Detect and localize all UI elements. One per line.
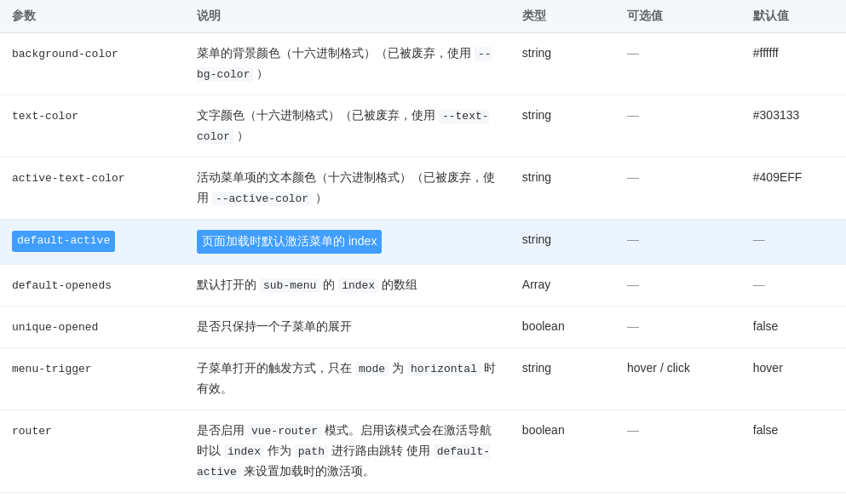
table-row: text-color文字颜色（十六进制格式）（已被废弃，使用 --text-co… bbox=[0, 95, 846, 158]
table-row: default-openeds默认打开的 sub-menu 的 index 的数… bbox=[0, 265, 846, 306]
param-name: router bbox=[12, 425, 52, 438]
table-header-row: 参数 说明 类型 可选值 默认值 bbox=[0, 0, 846, 33]
cell-name: unique-opened bbox=[0, 306, 185, 348]
table-row: unique-opened是否只保持一个子菜单的展开boolean—false bbox=[0, 306, 846, 348]
cell-name: menu-trigger bbox=[0, 347, 185, 410]
param-name: unique-opened bbox=[12, 321, 98, 334]
cell-name: default-openeds bbox=[0, 265, 185, 306]
cell-accepted: — bbox=[615, 33, 741, 95]
param-name: background-color bbox=[12, 48, 118, 60]
cell-type: string bbox=[510, 347, 615, 410]
cell-desc: 子菜单打开的触发方式，只在 mode 为 horizontal 时有效。 bbox=[185, 347, 510, 410]
cell-default: true bbox=[741, 493, 846, 504]
cell-desc: 是否只保持一个子菜单的展开 bbox=[185, 306, 510, 348]
col-header-desc: 说明 bbox=[185, 0, 510, 33]
cell-accepted: — bbox=[615, 493, 741, 504]
cell-default: — bbox=[741, 265, 846, 306]
cell-accepted: — bbox=[615, 95, 741, 158]
cell-desc: 默认打开的 sub-menu 的 index 的数组 bbox=[185, 265, 510, 306]
cell-default: false bbox=[741, 410, 846, 492]
cell-accepted: — bbox=[615, 410, 741, 492]
cell-desc: 菜单的背景颜色（十六进制格式）（已被废弃，使用 --bg-color ） bbox=[185, 33, 510, 95]
cell-type: string bbox=[510, 95, 615, 158]
table-row: collapse-transition是否开启折叠动画boolean—true bbox=[0, 493, 846, 504]
param-name: default-openeds bbox=[12, 279, 112, 292]
cell-name: text-color bbox=[0, 95, 185, 158]
cell-default: #409EFF bbox=[741, 158, 846, 220]
cell-default: #ffffff bbox=[741, 33, 846, 95]
cell-desc: 是否启用 vue-router 模式。启用该模式会在激活导航时以 index 作… bbox=[185, 410, 510, 492]
cell-accepted: hover / click bbox=[615, 347, 741, 410]
table-row: background-color菜单的背景颜色（十六进制格式）（已被废弃，使用 … bbox=[0, 33, 846, 95]
cell-desc: 是否开启折叠动画 bbox=[185, 493, 510, 504]
param-name: text-color bbox=[12, 110, 78, 123]
col-header-type: 类型 bbox=[510, 0, 615, 33]
cell-desc: 页面加载时默认激活菜单的 index bbox=[185, 220, 510, 265]
cell-name: default-active bbox=[0, 220, 185, 265]
table-row: active-text-color活动菜单项的文本颜色（十六进制格式）（已被废弃… bbox=[0, 158, 846, 220]
cell-default: — bbox=[741, 220, 846, 265]
cell-default: false bbox=[741, 306, 846, 348]
param-desc: 活动菜单项的文本颜色（十六进制格式）（已被废弃，使用 --active-colo… bbox=[197, 168, 498, 209]
cell-accepted: — bbox=[615, 220, 741, 265]
cell-type: boolean bbox=[510, 306, 615, 348]
cell-default: #303133 bbox=[741, 95, 846, 158]
col-header-name: 参数 bbox=[0, 0, 185, 33]
table-container: 参数 说明 类型 可选值 默认值 background-color菜单的背景颜色… bbox=[0, 0, 846, 504]
param-desc: 菜单的背景颜色（十六进制格式）（已被废弃，使用 --bg-color ） bbox=[197, 43, 498, 84]
param-desc: 默认打开的 sub-menu 的 index 的数组 bbox=[197, 275, 498, 295]
param-desc-highlighted: 页面加载时默认激活菜单的 index bbox=[197, 230, 382, 254]
table-row: router是否启用 vue-router 模式。启用该模式会在激活导航时以 i… bbox=[0, 410, 846, 492]
cell-type: boolean bbox=[510, 410, 615, 492]
cell-type: string bbox=[510, 33, 615, 95]
cell-default: hover bbox=[741, 347, 846, 410]
cell-accepted: — bbox=[615, 306, 741, 348]
cell-accepted: — bbox=[615, 265, 741, 306]
param-name: active-text-color bbox=[12, 172, 125, 185]
param-name: default-active bbox=[12, 231, 115, 252]
cell-name: background-color bbox=[0, 33, 185, 95]
cell-name: active-text-color bbox=[0, 158, 185, 220]
param-desc: 是否启用 vue-router 模式。启用该模式会在激活导航时以 index 作… bbox=[197, 421, 498, 482]
cell-name: collapse-transition bbox=[0, 493, 185, 504]
cell-type: string bbox=[510, 220, 615, 265]
cell-accepted: — bbox=[615, 158, 741, 220]
col-header-accepted: 可选值 bbox=[615, 0, 741, 33]
col-header-default: 默认值 bbox=[741, 0, 846, 33]
cell-desc: 文字颜色（十六进制格式）（已被废弃，使用 --text-color ） bbox=[185, 95, 510, 158]
props-table: 参数 说明 类型 可选值 默认值 background-color菜单的背景颜色… bbox=[0, 0, 846, 504]
param-name: menu-trigger bbox=[12, 363, 92, 375]
cell-desc: 活动菜单项的文本颜色（十六进制格式）（已被废弃，使用 --active-colo… bbox=[185, 158, 510, 220]
table-row: default-active页面加载时默认激活菜单的 indexstring—— bbox=[0, 220, 846, 265]
param-desc: 子菜单打开的触发方式，只在 mode 为 horizontal 时有效。 bbox=[197, 358, 498, 399]
cell-name: router bbox=[0, 410, 185, 492]
param-desc: 是否只保持一个子菜单的展开 bbox=[197, 317, 498, 337]
cell-type: string bbox=[510, 158, 615, 220]
table-row: menu-trigger子菜单打开的触发方式，只在 mode 为 horizon… bbox=[0, 347, 846, 410]
cell-type: boolean bbox=[510, 493, 615, 504]
cell-type: Array bbox=[510, 265, 615, 306]
param-desc: 文字颜色（十六进制格式）（已被废弃，使用 --text-color ） bbox=[197, 106, 498, 146]
